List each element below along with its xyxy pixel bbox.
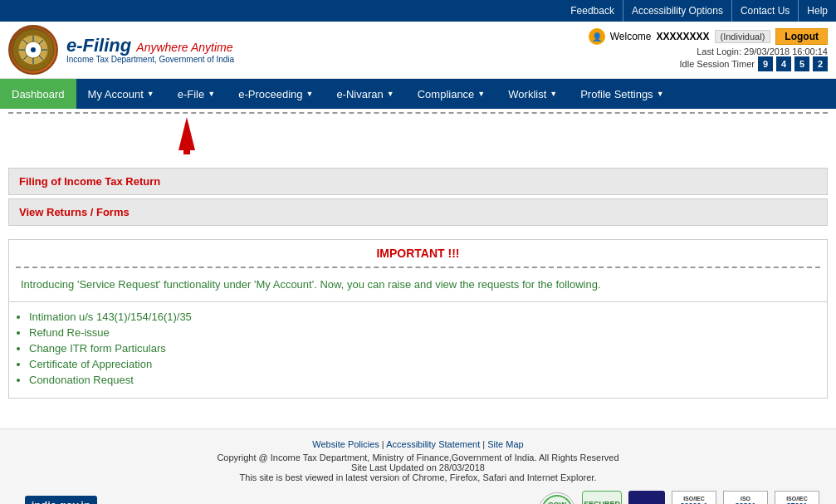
nav-enivaran-arrow: ▼ <box>387 90 394 98</box>
red-arrow-svg <box>154 109 220 154</box>
top-bar: Feedback Accessibility Options Contact U… <box>0 0 836 22</box>
logo-emblem <box>8 25 58 75</box>
nav-my-account-arrow: ▼ <box>147 90 154 98</box>
footer-browser-note: This site is best viewed in latest versi… <box>17 472 819 482</box>
list-item: Change ITR form Particulars <box>29 342 815 355</box>
important-title: IMPORTANT !!! <box>9 240 827 267</box>
list-item: Condonation Request <box>29 374 815 386</box>
nav-compliance[interactable]: Compliance ▼ <box>406 79 497 109</box>
bullet-list: Intimation u/s 143(1)/154/16(1)/35 Refun… <box>9 302 827 398</box>
nav-profile-settings[interactable]: Profile Settings ▼ <box>569 79 675 109</box>
nav-eproceeding[interactable]: e-Proceeding ▼ <box>227 79 325 109</box>
footer-copyright: Copyright @ Income Tax Department, Minis… <box>17 453 819 462</box>
iso-27001-badge: ISO/IEC 27001 Information Security Manag… <box>775 491 819 505</box>
nav-worklist-label: Worklist <box>508 88 546 100</box>
footer: Website Policies | Accessibility Stateme… <box>0 428 836 505</box>
nav-enivaran-label: e-Nivaran <box>336 88 383 100</box>
timer-digit-4: 2 <box>813 56 828 71</box>
cqw-badge: CQW <box>539 492 575 505</box>
website-policies-link[interactable]: Website Policies <box>312 439 379 449</box>
accessibility-statement-link[interactable]: Accessibility Statement <box>386 439 480 449</box>
dashed-divider-top <box>8 112 828 114</box>
svg-marker-12 <box>178 117 195 150</box>
important-body: Introducing 'Service Request' functional… <box>9 268 827 302</box>
user-icon: 👤 <box>589 28 605 45</box>
idle-timer-label: Idle Session Timer <box>680 59 755 69</box>
list-item: Certificate of Appreciation <box>29 358 815 370</box>
bullet-link-0[interactable]: Intimation u/s 143(1)/154/16(1)/35 <box>29 311 192 323</box>
idle-timer-row: Idle Session Timer 9 4 5 2 <box>680 56 828 71</box>
bullet-link-4[interactable]: Condonation Request <box>29 374 134 386</box>
footer-links: Website Policies | Accessibility Stateme… <box>17 439 819 449</box>
header-right: 👤 Welcome XXXXXXXX (Individual) Logout L… <box>589 28 828 71</box>
nav-profile-settings-arrow: ▼ <box>657 90 664 98</box>
user-type-badge: (Individual) <box>715 30 771 43</box>
nav-bar: Dashboard My Account ▼ e-File ▼ e-Procee… <box>0 79 836 109</box>
nav-my-account[interactable]: My Account ▼ <box>76 79 166 109</box>
view-returns-section-header[interactable]: View Returns / Forms <box>8 198 828 226</box>
nav-profile-settings-label: Profile Settings <box>580 88 653 100</box>
welcome-label: Welcome <box>610 31 652 42</box>
iso-20000-badge: ISO/IEC 20000-1 Information Technology S… <box>672 491 716 505</box>
cert-badges: CQW SECURED Entrust SSL bsi ISO/IEC 2000… <box>539 491 819 505</box>
timer-digit-2: 4 <box>776 56 791 71</box>
list-item: Intimation u/s 143(1)/154/16(1)/35 <box>29 311 815 323</box>
dept-label: Income Tax Department, Government of Ind… <box>66 55 234 64</box>
header: e-Filing Anywhere Anytime Income Tax Dep… <box>0 22 836 79</box>
filing-link[interactable]: Filing of Income Tax Return <box>19 175 160 188</box>
filing-section-header[interactable]: Filing of Income Tax Return <box>8 168 828 195</box>
bullet-link-2[interactable]: Change ITR form Particulars <box>29 342 166 355</box>
nav-dashboard[interactable]: Dashboard <box>0 79 76 109</box>
nav-efile-label: e-File <box>178 88 205 100</box>
last-login: Last Login: 29/03/2018 16:00:14 <box>697 46 828 56</box>
bsi-badge: bsi <box>628 491 665 505</box>
header-left: e-Filing Anywhere Anytime Income Tax Dep… <box>8 25 234 75</box>
india-gov-label: india.gov.in <box>32 499 90 504</box>
logo-text: e-Filing Anywhere Anytime Income Tax Dep… <box>66 37 234 64</box>
footer-updated: Site Last Updated on 28/03/2018 <box>17 462 819 472</box>
nav-compliance-arrow: ▼ <box>477 90 485 98</box>
nav-compliance-label: Compliance <box>418 88 475 100</box>
bullet-link-1[interactable]: Refund Re-issue <box>29 326 110 339</box>
user-name: XXXXXXXX <box>657 31 710 42</box>
india-gov-badge: india.gov.in <box>25 496 97 504</box>
nav-dashboard-label: Dashboard <box>12 88 65 100</box>
svg-text:CQW: CQW <box>548 501 567 505</box>
india-gov-section: india.gov.in The national portal of Indi… <box>17 496 105 504</box>
nav-worklist[interactable]: Worklist ▼ <box>496 79 569 109</box>
timer-digit-3: 5 <box>794 56 809 71</box>
help-link[interactable]: Help <box>799 0 836 22</box>
nav-eproceeding-label: e-Proceeding <box>238 88 302 100</box>
welcome-row: 👤 Welcome XXXXXXXX (Individual) Logout <box>589 28 828 45</box>
nav-enivaran[interactable]: e-Nivaran ▼ <box>325 79 405 109</box>
main-content: Filing of Income Tax Return View Returns… <box>0 158 836 412</box>
tagline: Anywhere Anytime <box>136 41 232 54</box>
bullet-link-3[interactable]: Certificate of Appreciation <box>29 358 152 370</box>
iso-22301-badge: ISO 22301 Business Continuity Management <box>723 491 768 505</box>
view-returns-link[interactable]: View Returns / Forms <box>19 206 130 218</box>
svg-point-3 <box>31 47 36 52</box>
accessibility-link[interactable]: Accessibility Options <box>623 0 732 22</box>
timer-digit-1: 9 <box>758 56 773 71</box>
important-message: Introducing 'Service Request' functional… <box>21 276 815 293</box>
nav-efile-arrow: ▼ <box>208 90 215 98</box>
contact-link[interactable]: Contact Us <box>732 0 799 22</box>
list-item: Refund Re-issue <box>29 326 815 339</box>
important-section: IMPORTANT !!! Introducing 'Service Reque… <box>8 239 828 399</box>
svg-rect-13 <box>183 149 190 154</box>
site-map-link[interactable]: Site Map <box>487 439 523 449</box>
logout-button[interactable]: Logout <box>775 28 828 45</box>
red-arrow-annotation <box>0 112 836 158</box>
nav-my-account-label: My Account <box>88 88 144 100</box>
entrust-badge: SECURED Entrust SSL <box>582 491 622 505</box>
nav-worklist-arrow: ▼ <box>550 90 557 98</box>
footer-bottom: india.gov.in The national portal of Indi… <box>17 491 819 505</box>
feedback-link[interactable]: Feedback <box>562 0 623 22</box>
brand-name: e-Filing Anywhere Anytime <box>66 37 234 55</box>
nav-efile[interactable]: e-File ▼ <box>166 79 227 109</box>
nav-eproceeding-arrow: ▼ <box>306 90 314 98</box>
